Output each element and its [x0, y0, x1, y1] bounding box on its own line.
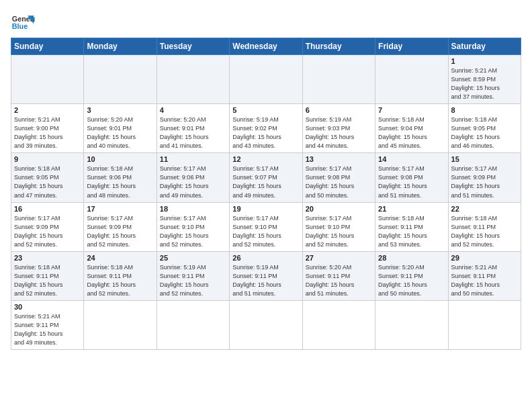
calendar-cell: 22Sunrise: 5:18 AM Sunset: 9:11 PM Dayli…: [448, 202, 521, 251]
calendar-cell: 25Sunrise: 5:19 AM Sunset: 9:11 PM Dayli…: [157, 251, 229, 300]
weekday-header-saturday: Saturday: [448, 38, 521, 55]
calendar-cell: [375, 55, 448, 104]
day-info: Sunrise: 5:19 AM Sunset: 9:11 PM Dayligh…: [160, 263, 226, 298]
weekday-header-row: SundayMondayTuesdayWednesdayThursdayFrid…: [11, 38, 521, 55]
calendar-cell: [375, 300, 448, 349]
calendar-cell: 21Sunrise: 5:18 AM Sunset: 9:11 PM Dayli…: [375, 202, 448, 251]
day-info: Sunrise: 5:18 AM Sunset: 9:11 PM Dayligh…: [14, 263, 81, 298]
calendar-cell: [157, 300, 229, 349]
day-number: 13: [306, 155, 372, 163]
calendar-cell: 30Sunrise: 5:21 AM Sunset: 9:11 PM Dayli…: [11, 300, 84, 349]
weekday-header-wednesday: Wednesday: [230, 38, 302, 55]
calendar-cell: 26Sunrise: 5:19 AM Sunset: 9:11 PM Dayli…: [230, 251, 302, 300]
day-info: Sunrise: 5:19 AM Sunset: 9:03 PM Dayligh…: [306, 116, 372, 150]
day-number: 7: [378, 106, 445, 114]
day-number: 5: [232, 106, 299, 114]
calendar-cell: [230, 55, 302, 104]
day-number: 21: [378, 205, 445, 213]
calendar-cell: 11Sunrise: 5:17 AM Sunset: 9:06 PM Dayli…: [157, 153, 229, 202]
weekday-header-tuesday: Tuesday: [157, 38, 229, 55]
day-info: Sunrise: 5:17 AM Sunset: 9:09 PM Dayligh…: [451, 165, 518, 199]
calendar-cell: [302, 300, 375, 349]
day-info: Sunrise: 5:20 AM Sunset: 9:01 PM Dayligh…: [160, 116, 226, 150]
calendar-cell: 14Sunrise: 5:17 AM Sunset: 9:08 PM Dayli…: [375, 153, 448, 202]
calendar-cell: [157, 55, 229, 104]
header: General Blue: [11, 11, 521, 35]
day-number: 4: [160, 106, 226, 114]
day-info: Sunrise: 5:21 AM Sunset: 9:00 PM Dayligh…: [14, 116, 81, 150]
day-number: 16: [14, 205, 81, 213]
calendar-cell: 27Sunrise: 5:20 AM Sunset: 9:11 PM Dayli…: [302, 251, 375, 300]
calendar-cell: 28Sunrise: 5:20 AM Sunset: 9:11 PM Dayli…: [375, 251, 448, 300]
calendar-cell: 18Sunrise: 5:17 AM Sunset: 9:10 PM Dayli…: [157, 202, 229, 251]
calendar-week-row: 2Sunrise: 5:21 AM Sunset: 9:00 PM Daylig…: [11, 104, 521, 153]
day-number: 9: [14, 155, 81, 163]
day-number: 15: [451, 155, 518, 163]
calendar-cell: 4Sunrise: 5:20 AM Sunset: 9:01 PM Daylig…: [157, 104, 229, 153]
calendar-table: SundayMondayTuesdayWednesdayThursdayFrid…: [11, 38, 521, 350]
calendar-cell: [11, 55, 84, 104]
day-info: Sunrise: 5:18 AM Sunset: 9:11 PM Dayligh…: [87, 263, 153, 298]
day-info: Sunrise: 5:19 AM Sunset: 9:11 PM Dayligh…: [232, 263, 299, 298]
calendar-week-row: 9Sunrise: 5:18 AM Sunset: 9:05 PM Daylig…: [11, 153, 521, 202]
calendar-week-row: 1Sunrise: 5:21 AM Sunset: 8:59 PM Daylig…: [11, 55, 521, 104]
day-number: 18: [160, 205, 226, 213]
day-info: Sunrise: 5:21 AM Sunset: 9:11 PM Dayligh…: [451, 263, 518, 298]
logo: General Blue: [11, 11, 35, 35]
calendar-cell: 12Sunrise: 5:17 AM Sunset: 9:07 PM Dayli…: [230, 153, 302, 202]
weekday-header-sunday: Sunday: [11, 38, 84, 55]
day-info: Sunrise: 5:17 AM Sunset: 9:10 PM Dayligh…: [232, 214, 299, 249]
calendar-week-row: 30Sunrise: 5:21 AM Sunset: 9:11 PM Dayli…: [11, 300, 521, 349]
day-number: 10: [87, 155, 153, 163]
calendar-cell: 29Sunrise: 5:21 AM Sunset: 9:11 PM Dayli…: [448, 251, 521, 300]
day-number: 19: [232, 205, 299, 213]
day-number: 14: [378, 155, 445, 163]
calendar-cell: 8Sunrise: 5:18 AM Sunset: 9:05 PM Daylig…: [448, 104, 521, 153]
day-number: 17: [87, 205, 153, 213]
day-number: 28: [378, 254, 445, 262]
weekday-header-thursday: Thursday: [302, 38, 375, 55]
day-info: Sunrise: 5:17 AM Sunset: 9:09 PM Dayligh…: [14, 214, 81, 249]
calendar-week-row: 23Sunrise: 5:18 AM Sunset: 9:11 PM Dayli…: [11, 251, 521, 300]
calendar-cell: [448, 300, 521, 349]
day-number: 24: [87, 254, 153, 262]
svg-text:Blue: Blue: [12, 22, 28, 30]
calendar-cell: 2Sunrise: 5:21 AM Sunset: 9:00 PM Daylig…: [11, 104, 84, 153]
day-info: Sunrise: 5:17 AM Sunset: 9:06 PM Dayligh…: [160, 165, 226, 199]
day-info: Sunrise: 5:18 AM Sunset: 9:11 PM Dayligh…: [378, 214, 445, 249]
calendar-cell: 23Sunrise: 5:18 AM Sunset: 9:11 PM Dayli…: [11, 251, 84, 300]
weekday-header-friday: Friday: [375, 38, 448, 55]
day-info: Sunrise: 5:19 AM Sunset: 9:02 PM Dayligh…: [232, 116, 299, 150]
day-info: Sunrise: 5:17 AM Sunset: 9:10 PM Dayligh…: [306, 214, 372, 249]
day-number: 6: [306, 106, 372, 114]
day-number: 3: [87, 106, 153, 114]
day-info: Sunrise: 5:18 AM Sunset: 9:04 PM Dayligh…: [378, 116, 445, 150]
day-number: 29: [451, 254, 518, 262]
day-info: Sunrise: 5:20 AM Sunset: 9:11 PM Dayligh…: [378, 263, 445, 298]
day-number: 22: [451, 205, 518, 213]
day-info: Sunrise: 5:18 AM Sunset: 9:11 PM Dayligh…: [451, 214, 518, 249]
day-number: 1: [451, 57, 518, 65]
calendar-cell: 24Sunrise: 5:18 AM Sunset: 9:11 PM Dayli…: [84, 251, 157, 300]
day-info: Sunrise: 5:20 AM Sunset: 9:11 PM Dayligh…: [306, 263, 372, 298]
weekday-header-monday: Monday: [84, 38, 157, 55]
day-info: Sunrise: 5:17 AM Sunset: 9:07 PM Dayligh…: [232, 165, 299, 199]
day-number: 26: [232, 254, 299, 262]
day-info: Sunrise: 5:21 AM Sunset: 9:11 PM Dayligh…: [14, 312, 81, 347]
calendar-cell: 1Sunrise: 5:21 AM Sunset: 8:59 PM Daylig…: [448, 55, 521, 104]
day-number: 8: [451, 106, 518, 114]
calendar-cell: 6Sunrise: 5:19 AM Sunset: 9:03 PM Daylig…: [302, 104, 375, 153]
calendar-cell: 13Sunrise: 5:17 AM Sunset: 9:08 PM Dayli…: [302, 153, 375, 202]
day-info: Sunrise: 5:18 AM Sunset: 9:05 PM Dayligh…: [451, 116, 518, 150]
day-info: Sunrise: 5:20 AM Sunset: 9:01 PM Dayligh…: [87, 116, 153, 150]
calendar-cell: 20Sunrise: 5:17 AM Sunset: 9:10 PM Dayli…: [302, 202, 375, 251]
day-info: Sunrise: 5:17 AM Sunset: 9:09 PM Dayligh…: [87, 214, 153, 249]
calendar-cell: 7Sunrise: 5:18 AM Sunset: 9:04 PM Daylig…: [375, 104, 448, 153]
logo-icon: General Blue: [11, 11, 35, 35]
calendar-cell: 9Sunrise: 5:18 AM Sunset: 9:05 PM Daylig…: [11, 153, 84, 202]
day-number: 25: [160, 254, 226, 262]
day-info: Sunrise: 5:17 AM Sunset: 9:10 PM Dayligh…: [160, 214, 226, 249]
day-info: Sunrise: 5:17 AM Sunset: 9:08 PM Dayligh…: [378, 165, 445, 199]
day-info: Sunrise: 5:21 AM Sunset: 8:59 PM Dayligh…: [451, 66, 518, 101]
day-number: 30: [14, 303, 81, 311]
